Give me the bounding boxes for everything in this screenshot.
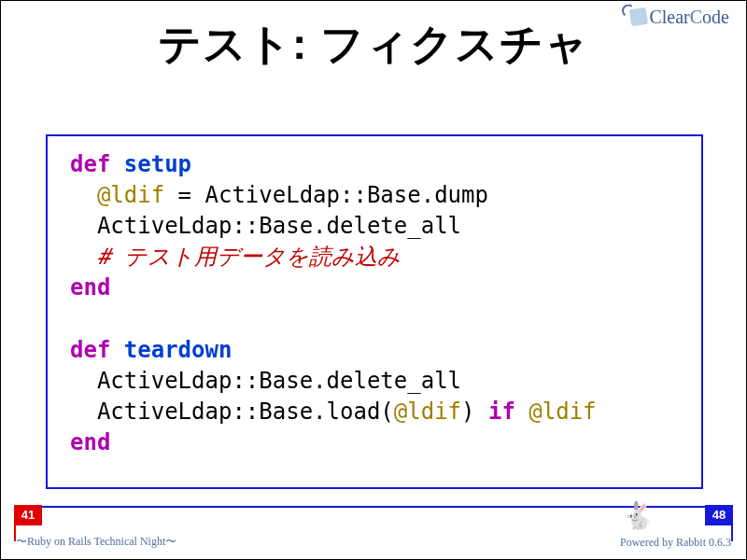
logo-icon [629, 7, 648, 26]
kw-if: if [488, 399, 515, 425]
ivar-ldif-2: @ldif [394, 399, 461, 425]
page-current-flag: 41 [14, 505, 42, 525]
code-l9-sp [515, 399, 529, 425]
code-l8: ActiveLdap::Base.delete_all [70, 368, 461, 394]
code-l9b: ) [461, 399, 488, 425]
ivar-ldif-3: @ldif [529, 399, 596, 425]
kw-end-1: end [70, 274, 110, 301]
footer-right: Powered by Rabbit 0.6.3 [620, 536, 731, 550]
ivar-ldif-1: @ldif [97, 182, 164, 208]
slide: ClearCode テスト: フィクスチャ def setup @ldif = … [0, 0, 747, 560]
logo-text-1: Clear [649, 7, 689, 27]
clearcode-logo: ClearCode [630, 7, 729, 28]
rabbit-icon: 🐇 [622, 500, 655, 531]
kw-end-2: end [70, 429, 110, 455]
kw-def-1: def [70, 151, 110, 177]
method-teardown: teardown [124, 337, 233, 363]
code-l3: ActiveLdap::Base.delete_all [70, 213, 461, 239]
page-total-flag: 48 [705, 505, 733, 525]
code-l2-rest: = ActiveLdap::Base.dump [164, 182, 488, 208]
code-block: def setup @ldif = ActiveLdap::Base.dump … [70, 149, 679, 458]
kw-def-2: def [70, 337, 110, 363]
logo-text-2: C [690, 7, 702, 27]
logo-text-3: ode [702, 7, 729, 27]
comment-testdata: # テスト用データを読み込み [97, 244, 401, 270]
code-box: def setup @ldif = ActiveLdap::Base.dump … [46, 134, 703, 489]
footer-left: 〜Ruby on Rails Technical Night〜 [16, 534, 176, 550]
code-l9a: ActiveLdap::Base.load( [70, 399, 394, 425]
method-setup: setup [124, 151, 191, 177]
